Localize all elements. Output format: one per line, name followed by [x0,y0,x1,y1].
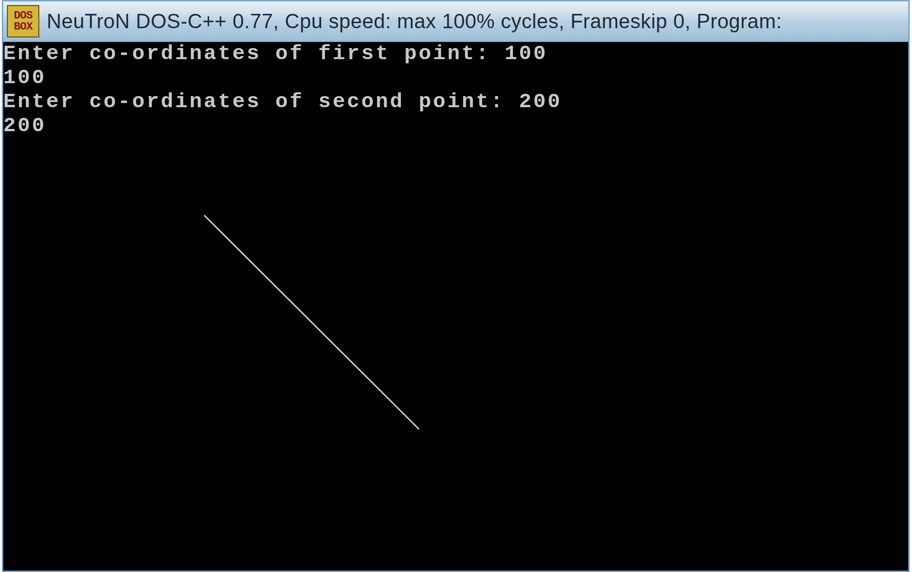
dosbox-window: DOS BOX NeuTroN DOS-C++ 0.77, Cpu speed:… [2,0,910,572]
console-line: Enter co-ordinates of second point: 200 [3,90,908,114]
icon-text-bottom: BOX [14,21,32,32]
console-line: 100 [3,66,908,90]
window-titlebar[interactable]: DOS BOX NeuTroN DOS-C++ 0.77, Cpu speed:… [3,1,908,42]
console-area[interactable]: Enter co-ordinates of first point: 100 1… [3,42,908,571]
dosbox-icon: DOS BOX [7,5,39,37]
console-line: Enter co-ordinates of first point: 100 [3,42,908,66]
window-title: NeuTroN DOS-C++ 0.77, Cpu speed: max 100… [47,10,782,33]
icon-text-top: DOS [14,10,32,21]
console-line: 200 [3,114,908,138]
drawn-line [204,215,419,429]
